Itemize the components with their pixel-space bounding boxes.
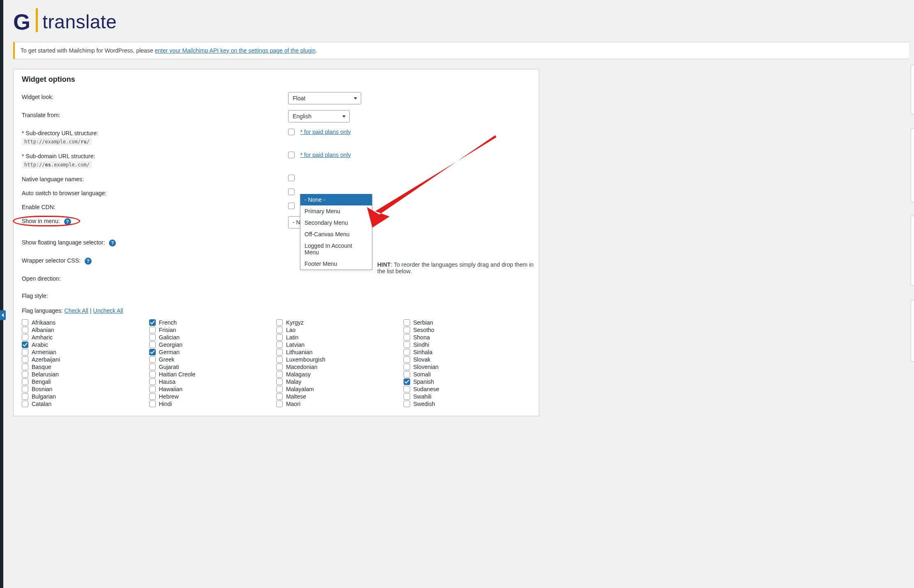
language-item[interactable]: Maori bbox=[276, 400, 404, 408]
checkbox-subdom[interactable] bbox=[288, 152, 295, 158]
language-checkbox[interactable] bbox=[149, 334, 156, 341]
language-item[interactable]: Hausa bbox=[149, 378, 277, 385]
language-checkbox[interactable] bbox=[22, 334, 28, 341]
language-item[interactable]: Bosnian bbox=[22, 385, 149, 393]
language-item[interactable]: Albanian bbox=[22, 326, 149, 334]
language-checkbox[interactable] bbox=[22, 319, 28, 326]
language-item[interactable]: Belarusian bbox=[22, 371, 149, 378]
menu-option[interactable]: Primary Menu bbox=[300, 205, 372, 217]
language-item[interactable]: Kyrgyz bbox=[276, 319, 404, 326]
language-checkbox[interactable] bbox=[149, 327, 156, 333]
language-item[interactable]: Azerbaijani bbox=[22, 356, 149, 363]
checkbox-autoswitch[interactable] bbox=[288, 189, 295, 195]
language-checkbox[interactable] bbox=[276, 364, 283, 370]
language-item[interactable]: Latin bbox=[276, 334, 404, 341]
checkbox-cdn[interactable] bbox=[288, 203, 295, 209]
language-item[interactable]: Malagasy bbox=[276, 371, 404, 378]
language-item[interactable]: Frisian bbox=[149, 326, 277, 334]
language-item[interactable]: Gujarati bbox=[149, 363, 277, 371]
language-item[interactable]: Amharic bbox=[22, 334, 149, 341]
language-item[interactable]: Haitian Creole bbox=[149, 371, 277, 378]
language-checkbox[interactable] bbox=[22, 371, 28, 378]
select-widget-look[interactable]: Float bbox=[288, 92, 361, 104]
language-item[interactable]: French bbox=[149, 319, 277, 326]
language-item[interactable]: Sudanese bbox=[404, 385, 531, 393]
language-checkbox[interactable] bbox=[404, 334, 410, 341]
language-checkbox[interactable] bbox=[22, 401, 28, 407]
notice-settings-link[interactable]: enter your Mailchimp API key on the sett… bbox=[155, 47, 316, 54]
help-icon[interactable]: ? bbox=[109, 240, 116, 247]
language-checkbox[interactable] bbox=[404, 341, 410, 348]
language-checkbox[interactable] bbox=[276, 356, 283, 363]
language-checkbox[interactable] bbox=[149, 319, 156, 326]
language-item[interactable]: Luxembourgish bbox=[276, 356, 404, 363]
help-icon[interactable]: ? bbox=[85, 258, 92, 265]
language-checkbox[interactable] bbox=[276, 341, 283, 348]
language-item[interactable]: Georgian bbox=[149, 341, 277, 348]
language-checkbox[interactable] bbox=[404, 371, 410, 378]
language-item[interactable]: Lao bbox=[276, 326, 404, 334]
language-checkbox[interactable] bbox=[404, 364, 410, 370]
language-checkbox[interactable] bbox=[276, 327, 283, 333]
language-checkbox[interactable] bbox=[276, 319, 283, 326]
language-checkbox[interactable] bbox=[149, 378, 156, 385]
link-paid-plans-subdir[interactable]: * for paid plans only bbox=[300, 129, 351, 135]
language-item[interactable]: Slovak bbox=[404, 356, 531, 363]
language-item[interactable]: Hindi bbox=[149, 400, 277, 408]
language-checkbox[interactable] bbox=[149, 356, 156, 363]
select-translate-from[interactable]: English bbox=[288, 110, 350, 122]
menu-option[interactable]: Logged In Account Menu bbox=[300, 240, 372, 258]
language-checkbox[interactable] bbox=[404, 378, 410, 385]
menu-option[interactable]: - None - bbox=[300, 194, 372, 205]
help-icon[interactable]: ? bbox=[64, 218, 71, 225]
language-item[interactable]: Swahili bbox=[404, 393, 531, 400]
language-checkbox[interactable] bbox=[149, 341, 156, 348]
language-checkbox[interactable] bbox=[276, 386, 283, 392]
language-checkbox[interactable] bbox=[149, 393, 156, 400]
language-checkbox[interactable] bbox=[22, 378, 28, 385]
language-item[interactable]: Galician bbox=[149, 334, 277, 341]
language-checkbox[interactable] bbox=[22, 364, 28, 370]
language-checkbox[interactable] bbox=[149, 371, 156, 378]
language-item[interactable]: Basque bbox=[22, 363, 149, 371]
language-item[interactable]: Sesotho bbox=[404, 326, 531, 334]
menu-option[interactable]: Footer Menu bbox=[300, 258, 372, 270]
language-item[interactable]: Malay bbox=[276, 378, 404, 385]
language-item[interactable]: Catalan bbox=[22, 400, 149, 408]
language-checkbox[interactable] bbox=[149, 386, 156, 392]
language-item[interactable]: Afrikaans bbox=[22, 319, 149, 326]
language-checkbox[interactable] bbox=[22, 327, 28, 333]
language-checkbox[interactable] bbox=[22, 341, 28, 348]
language-item[interactable]: Bulgarian bbox=[22, 393, 149, 400]
language-item[interactable]: Greek bbox=[149, 356, 277, 363]
language-checkbox[interactable] bbox=[149, 349, 156, 355]
menu-option[interactable]: Secondary Menu bbox=[300, 217, 372, 228]
language-checkbox[interactable] bbox=[404, 356, 410, 363]
link-check-all[interactable]: Check All bbox=[65, 307, 88, 314]
link-paid-plans-subdom[interactable]: * for paid plans only bbox=[300, 152, 351, 158]
language-item[interactable]: Slovenian bbox=[404, 363, 531, 371]
language-item[interactable]: Malayalam bbox=[276, 385, 404, 393]
link-uncheck-all[interactable]: Uncheck All bbox=[93, 307, 123, 314]
checkbox-native[interactable] bbox=[288, 175, 295, 181]
language-checkbox[interactable] bbox=[404, 401, 410, 407]
language-item[interactable]: Somali bbox=[404, 371, 531, 378]
collapse-sidebar-button[interactable] bbox=[0, 310, 6, 320]
language-item[interactable]: Lithuanian bbox=[276, 348, 404, 356]
language-checkbox[interactable] bbox=[22, 356, 28, 363]
language-item[interactable]: Serbian bbox=[404, 319, 531, 326]
language-checkbox[interactable] bbox=[276, 349, 283, 355]
language-checkbox[interactable] bbox=[276, 401, 283, 407]
language-checkbox[interactable] bbox=[404, 386, 410, 392]
language-checkbox[interactable] bbox=[149, 401, 156, 407]
language-checkbox[interactable] bbox=[404, 393, 410, 400]
language-item[interactable]: Hebrew bbox=[149, 393, 277, 400]
checkbox-subdir[interactable] bbox=[288, 129, 295, 135]
language-checkbox[interactable] bbox=[22, 393, 28, 400]
language-item[interactable]: Bengali bbox=[22, 378, 149, 385]
language-checkbox[interactable] bbox=[22, 386, 28, 392]
language-item[interactable]: Armenian bbox=[22, 348, 149, 356]
language-checkbox[interactable] bbox=[276, 334, 283, 341]
language-item[interactable]: German bbox=[149, 348, 277, 356]
language-item[interactable]: Arabic bbox=[22, 341, 149, 348]
